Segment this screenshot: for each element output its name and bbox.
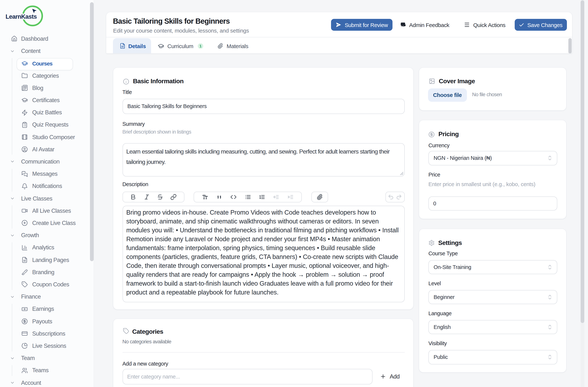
svg-text:LearnKasts: LearnKasts [5,13,37,20]
